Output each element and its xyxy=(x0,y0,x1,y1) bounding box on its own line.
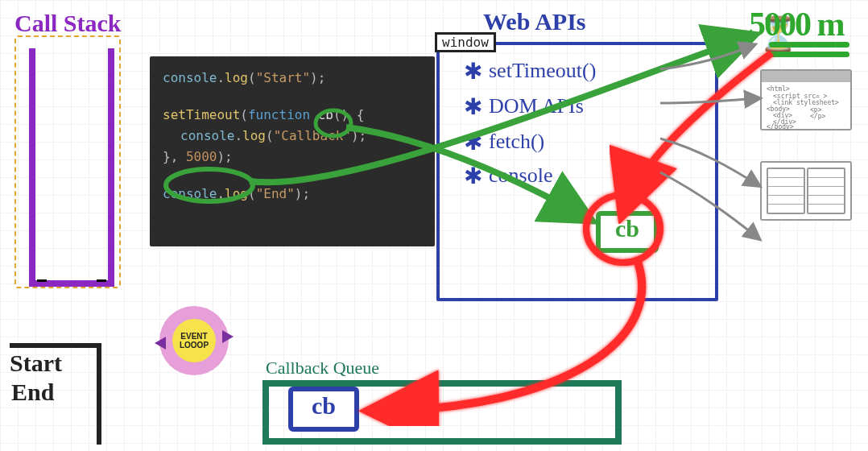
api-text: setTimeout() xyxy=(489,59,596,82)
code-editor: console.log("Start"); setTimeout(functio… xyxy=(150,56,435,246)
code-line-5: console.log("End"); xyxy=(163,184,422,205)
code-line-1: console.log("Start"); xyxy=(163,68,422,89)
output-line-2: End xyxy=(11,379,54,406)
callback-chip-queue: cb xyxy=(288,387,359,432)
call-stack-label: Call Stack xyxy=(14,10,122,37)
output-line-1: Start xyxy=(10,350,62,377)
code-line-3: console.log("Callback"); xyxy=(163,126,422,147)
api-item-settimeout: ✱setTimeout() xyxy=(464,56,596,83)
api-item-console: ✱console xyxy=(464,161,552,188)
stack-tick-right xyxy=(97,270,106,282)
code-line-4: }, 5000); xyxy=(163,147,422,168)
callback-queue-label: Callback Queue xyxy=(266,358,379,379)
call-stack-container xyxy=(29,48,114,287)
stack-tick-left xyxy=(37,270,47,282)
window-tab: window xyxy=(435,32,496,52)
api-item-fetch: ✱fetch() xyxy=(464,127,544,154)
browser-sketch: <html> <script src= > <link stylesheet> … xyxy=(760,69,852,130)
api-item-dom: ✱DOM APIs xyxy=(464,92,584,118)
api-text: console xyxy=(489,163,552,187)
callback-chip-web: cb xyxy=(596,211,659,253)
api-text: DOM APIs xyxy=(489,94,584,118)
web-apis-label: Web APIs xyxy=(483,8,586,35)
event-loop-label: EVENT LOOOP xyxy=(172,332,216,350)
event-loop: EVENT LOOOP xyxy=(159,306,229,375)
server-sketch xyxy=(760,161,852,221)
timer-underline xyxy=(769,42,849,60)
timer-label: 5000 m xyxy=(749,5,844,43)
code-line-2: setTimeout(function cb() { xyxy=(163,105,422,126)
api-text: fetch() xyxy=(489,130,544,153)
